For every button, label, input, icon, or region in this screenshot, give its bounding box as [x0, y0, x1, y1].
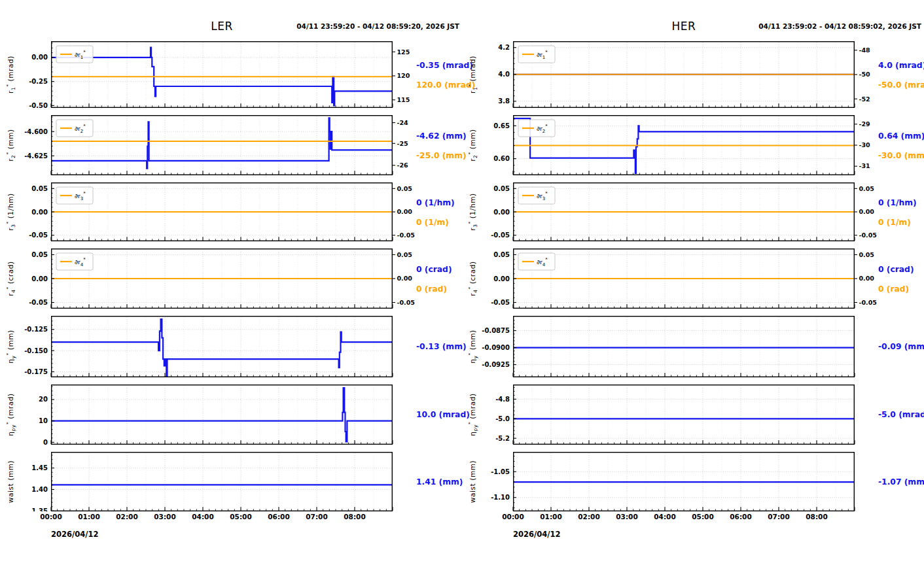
svg-text:-0.05: -0.05: [397, 231, 415, 239]
legend-r3: ∂r3*: [518, 187, 555, 204]
readout-r4-orange: 0 (rad): [416, 284, 447, 294]
readout-r2-orange: -25.0 (mm): [416, 151, 467, 160]
y-axis-label: waist (mm): [469, 460, 476, 504]
panel-r2: 0.650.60-29-30-31∂r2*r2* (mm)0.64 (mm)-3…: [462, 115, 924, 175]
svg-text:0.05: 0.05: [397, 185, 412, 192]
panel-r2: -4.600-4.625-24-25-26∂r2*r2* (mm)-4.62 (…: [0, 115, 462, 175]
readout-r2-orange: -30.0 (mm): [878, 151, 924, 160]
panel-waist: -1.05-1.10waist (mm)-1.07 (mm): [462, 452, 924, 511]
readout-r3-blue: 0 (1/hm): [878, 198, 917, 207]
svg-text:1.45: 1.45: [31, 464, 48, 471]
svg-text:0.05: 0.05: [493, 185, 510, 192]
panel-eta-y: -0.125-0.150-0.175ηy* (mm)-0.13 (mm): [0, 316, 462, 377]
svg-text:-0.05: -0.05: [491, 299, 510, 306]
svg-text:10: 10: [39, 417, 48, 424]
panel-r3: 0.050.00-0.050.050.00-0.05∂r3*r3* (1/hm)…: [0, 182, 462, 241]
svg-text:-30: -30: [859, 141, 871, 148]
svg-text:-50: -50: [859, 71, 871, 78]
readout-r3-blue: 0 (1/hm): [416, 198, 455, 207]
y-axis-label: ηpy* (mrad): [5, 393, 16, 436]
svg-text:0.00: 0.00: [397, 275, 413, 282]
svg-text:-0.0875: -0.0875: [482, 327, 510, 334]
panel-waist: 1.451.401.35waist (mm)1.41 (mm): [0, 452, 462, 511]
x-tick-label: 07:00: [302, 513, 331, 521]
svg-text:-1.10: -1.10: [491, 494, 510, 501]
panel-eta-py: -4.8-5.0-5.2ηpy* (mrad)-5.0 (mrad): [462, 385, 924, 445]
svg-text:0.05: 0.05: [31, 185, 48, 192]
svg-text:0.05: 0.05: [397, 251, 412, 258]
panel-r4: 0.050.00-0.050.050.00-0.05∂r4*r4* (crad)…: [0, 248, 462, 309]
plot-waist: -1.05-1.10waist (mm): [462, 452, 924, 511]
y-axis-label: ηy* (mm): [5, 330, 16, 364]
readout-r4-orange: 0 (rad): [878, 284, 909, 294]
panel-eta-y: -0.0875-0.0900-0.0925ηy* (mm)-0.09 (mm): [462, 316, 924, 377]
x-tick-label: 07:00: [764, 513, 793, 521]
panel-r1: 0.00-0.25-0.50125120115∂r1*r1* (mrad)-0.…: [0, 41, 462, 108]
plot-eta-y: -0.125-0.150-0.175ηy* (mm): [0, 316, 462, 377]
column-her: HER 04/11 23:59:02 - 04/12 08:59:02, 202…: [462, 0, 924, 565]
optics-monitor-window: LER 04/11 23:59:20 - 04/12 08:59:20, 202…: [0, 0, 924, 565]
svg-text:0.65: 0.65: [493, 122, 510, 129]
svg-text:-5.2: -5.2: [495, 435, 510, 442]
y-axis-label: r3* (1/hm): [467, 193, 478, 231]
svg-text:-31: -31: [859, 162, 870, 169]
svg-text:0.00: 0.00: [31, 54, 48, 61]
x-tick-label: 02:00: [113, 513, 141, 521]
svg-text:20: 20: [39, 396, 48, 403]
readout-waist-blue: -1.07 (mm): [878, 477, 924, 487]
svg-text:0.05: 0.05: [493, 251, 510, 258]
her-panels: 4.24.03.8-48-50-52∂r1*r1* (mrad)4.0 (mra…: [462, 41, 924, 519]
svg-text:0.00: 0.00: [493, 209, 510, 216]
svg-text:-24: -24: [397, 119, 409, 126]
plot-r3: 0.050.00-0.050.050.00-0.05∂r3*r3* (1/hm): [462, 182, 924, 241]
svg-text:125: 125: [397, 48, 410, 56]
ler-x-axis-labels: 00:0001:0002:0003:0004:0005:0006:0007:00…: [0, 513, 462, 523]
her-date-range: 04/11 23:59:02 - 04/12 08:59:02, 2026 JS…: [758, 22, 921, 30]
svg-text:-0.0925: -0.0925: [482, 361, 510, 368]
readout-eta-py-blue: -5.0 (mrad): [878, 410, 924, 419]
plot-r4: 0.050.00-0.050.050.00-0.05∂r4*r4* (crad): [462, 248, 924, 309]
panel-r3: 0.050.00-0.050.050.00-0.05∂r3*r3* (1/hm)…: [462, 182, 924, 241]
x-tick-label: 00:00: [37, 513, 65, 521]
svg-text:3.8: 3.8: [498, 97, 510, 105]
svg-text:0.00: 0.00: [397, 208, 413, 215]
x-tick-label: 06:00: [726, 513, 755, 521]
svg-text:120: 120: [397, 72, 410, 79]
svg-text:-4.8: -4.8: [495, 396, 510, 403]
svg-text:-52: -52: [859, 95, 870, 103]
svg-text:-1.05: -1.05: [491, 468, 510, 475]
plot-r3: 0.050.00-0.050.050.00-0.05∂r3*r3* (1/hm): [0, 182, 462, 241]
svg-text:-0.05: -0.05: [859, 231, 877, 239]
legend-r1: ∂r1*: [56, 46, 93, 63]
ler-date-range: 04/11 23:59:20 - 04/12 08:59:20, 2026 JS…: [296, 22, 459, 30]
svg-text:0.00: 0.00: [859, 208, 875, 215]
column-ler: LER 04/11 23:59:20 - 04/12 08:59:20, 202…: [0, 0, 462, 565]
svg-text:-0.125: -0.125: [24, 326, 48, 333]
legend-r3: ∂r3*: [56, 187, 93, 204]
x-tick-label: 03:00: [151, 513, 179, 521]
readout-r2-blue: -4.62 (mm): [416, 131, 467, 141]
svg-text:-25: -25: [397, 140, 408, 147]
x-tick-label: 00:00: [499, 513, 527, 521]
x-tick-label: 04:00: [650, 513, 679, 521]
readout-eta-y-blue: -0.09 (mm): [878, 342, 924, 351]
y-axis-label: r2* (mm): [467, 129, 478, 162]
y-axis-label: r4* (crad): [5, 261, 16, 296]
svg-text:-0.175: -0.175: [24, 368, 48, 375]
svg-text:-48: -48: [859, 46, 871, 54]
readout-r3-orange: 0 (1/m): [878, 218, 911, 227]
legend-r4: ∂r4*: [518, 253, 555, 270]
y-axis-label: waist (mm): [7, 460, 14, 504]
svg-text:-0.50: -0.50: [29, 102, 48, 108]
readout-r4-blue: 0 (crad): [878, 265, 914, 274]
svg-text:0.00: 0.00: [31, 209, 48, 216]
panel-eta-py: 20100ηpy* (mrad)10.0 (mrad): [0, 385, 462, 445]
legend-r2: ∂r2*: [518, 120, 555, 137]
x-tick-label: 05:00: [226, 513, 255, 521]
svg-text:-0.150: -0.150: [24, 347, 48, 354]
svg-text:0.05: 0.05: [859, 251, 874, 258]
plot-r2: -4.600-4.625-24-25-26∂r2*r2* (mm): [0, 115, 462, 175]
svg-text:1.40: 1.40: [31, 486, 48, 493]
legend-r2: ∂r2*: [56, 120, 93, 137]
plot-r4: 0.050.00-0.050.050.00-0.05∂r4*r4* (crad): [0, 248, 462, 309]
